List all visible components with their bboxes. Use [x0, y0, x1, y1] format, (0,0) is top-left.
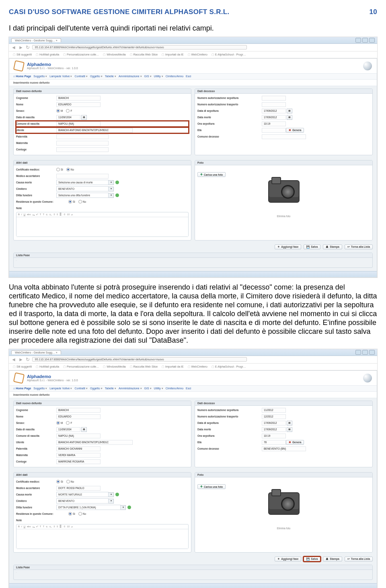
torna-button[interactable]: ↩ Torna alla Lista [345, 245, 373, 249]
menu-item[interactable]: Oggetto [90, 75, 103, 78]
calendar-icon[interactable]: ▦ [287, 115, 292, 120]
coniuge-field[interactable] [56, 147, 109, 152]
menu-item[interactable]: Cimitero/Anno [166, 387, 183, 390]
naut-tra-field[interactable] [262, 102, 286, 107]
paternita-field[interactable]: BIANCHI GIOVANNI [56, 446, 101, 451]
menu-item[interactable]: Cimitero/Anno [166, 75, 183, 78]
chevron-down-icon[interactable]: ▾ [109, 187, 114, 191]
sesso-m-radio[interactable]: M [56, 109, 63, 113]
elimina-foto-link[interactable]: Elimina foto [277, 527, 291, 530]
add-icon[interactable] [115, 493, 119, 496]
elimina-foto-link[interactable]: Elimina foto [277, 215, 291, 218]
ora-sep-field[interactable]: 10:19 [262, 434, 286, 438]
menu-item[interactable]: Utility [154, 387, 163, 390]
nav-back-icon[interactable]: ◄ [11, 357, 16, 362]
menu-item[interactable]: Tabelle [105, 75, 116, 78]
nav-fwd-icon[interactable]: ► [18, 45, 23, 50]
bookmark[interactable]: WebCimitero [188, 53, 207, 56]
genera-button[interactable]: Genera [286, 128, 304, 133]
ditta-select[interactable]: Seleziona una ditta funebre [56, 193, 109, 198]
naut-sep-field[interactable]: 11/2012 [262, 408, 286, 413]
bookmark[interactable]: Personalizzazione colle… [63, 365, 99, 368]
comune-dec-field[interactable] [262, 134, 306, 139]
bookmark[interactable]: Siti suggeriti [13, 365, 32, 368]
sesso-m-radio[interactable]: M [56, 421, 63, 425]
chevron-down-icon[interactable]: ▾ [109, 180, 114, 185]
res-si-radio[interactable]: Si [68, 512, 75, 516]
sesso-f-radio[interactable]: F [66, 109, 72, 113]
res-si-radio[interactable]: Si [68, 200, 75, 204]
menu-item[interactable]: Contratti [74, 387, 87, 390]
calendar-icon[interactable]: ▦ [287, 421, 292, 426]
dob-field[interactable]: 11/09/1934 [56, 427, 80, 432]
data-sep-field[interactable]: 17/09/2012 [262, 109, 286, 113]
chevron-down-icon[interactable]: ▾ [121, 505, 126, 510]
data-sep-field[interactable]: 17/09/2012 [262, 421, 286, 426]
stampa-button[interactable]: 🖶 Stampa [323, 245, 342, 249]
aggiungi-fase-button[interactable]: ✦ Aggiungi fase [275, 245, 301, 249]
add-icon[interactable] [127, 506, 131, 509]
dob-field[interactable]: 11/09/1934 [56, 115, 80, 120]
medico-field[interactable] [56, 174, 109, 179]
nome-field[interactable]: EDUARDO [56, 102, 101, 107]
bookmark[interactable]: WebCimitero [188, 365, 207, 368]
utente-field[interactable]: BIANCHI ANTONIO BNCNTN72P12H501C [56, 128, 133, 133]
window-controls[interactable] [355, 38, 375, 43]
comune-field[interactable]: NAPOLI (NA) [56, 434, 101, 438]
naut-tra-field[interactable]: 12/2012 [262, 414, 286, 419]
carica-foto-button[interactable]: Carica una foto [197, 484, 226, 489]
bookmark[interactable]: Raccolta Web Slice [130, 53, 158, 56]
menu-item[interactable]: Esci [186, 387, 191, 390]
coniuge-field[interactable]: MARRONE ROSARIA [56, 459, 101, 464]
bookmark[interactable]: E-AlphaSchool - Progr… [211, 365, 246, 368]
nome-field[interactable]: EDUARDO [56, 414, 101, 419]
nav-back-icon[interactable]: ◄ [11, 45, 16, 50]
eta-field[interactable]: 78 [262, 440, 286, 445]
bookmark[interactable]: WindowsMedia [103, 365, 125, 368]
browser-tab[interactable]: WebCimitero - Gestione Sogg… × [11, 350, 61, 354]
cert-no-radio[interactable]: No [66, 480, 74, 483]
nav-reload-icon[interactable]: ↻ [26, 45, 30, 50]
note-editor[interactable]: BIUabcx₂x²TTTᵢTₓ≡≡≣∙≡1≡↵ [16, 212, 189, 237]
nav-reload-icon[interactable]: ↻ [26, 357, 30, 362]
causa-select[interactable]: Seleziona una causa di morte [56, 180, 109, 185]
url-field[interactable]: 95.110.164.87:8080/WebCimitero/faces/sog… [32, 45, 247, 49]
cimitero-select[interactable]: BENEVENTO [56, 498, 109, 504]
menu-item[interactable]: GIS [144, 387, 152, 390]
genera-button[interactable]: Genera [286, 440, 304, 445]
menu-item[interactable]: Soggetto [33, 387, 47, 390]
naut-sep-field[interactable] [262, 96, 286, 101]
add-icon[interactable] [115, 193, 119, 197]
ora-sep-field[interactable]: 10:19 [262, 121, 286, 126]
note-editor[interactable]: BIUabcx₂x²TTTᵢTₓ≡≡≣∙≡1≡↵ [16, 524, 189, 549]
chevron-down-icon[interactable]: ▾ [109, 499, 114, 504]
bookmark[interactable]: HotMail gratuita [36, 53, 59, 56]
causa-select[interactable]: MORTE NATURALE [56, 492, 109, 497]
comune-field[interactable]: NAPOLI (NA) [56, 121, 101, 126]
menu-item[interactable]: Soggetto [33, 75, 47, 78]
bookmark[interactable]: Raccolta Web Slice [130, 365, 158, 368]
data-morte-field[interactable]: 17/09/2012 [262, 115, 286, 120]
salva-button[interactable]: 💾 Salva [304, 245, 320, 249]
menu-item[interactable]: ⌂ Home Page [13, 75, 31, 78]
utente-field[interactable]: BIANCHI ANTONIO BNCNTN72P12H501C [56, 440, 133, 445]
cert-si-radio[interactable]: Si [56, 480, 63, 483]
calendar-icon[interactable]: ▦ [81, 115, 87, 120]
rte-toolbar[interactable]: BIUabcx₂x²TTTᵢTₓ≡≡≣∙≡1≡↵ [16, 524, 188, 529]
paternita-field[interactable] [56, 134, 109, 139]
nav-fwd-icon[interactable]: ► [18, 357, 23, 362]
ditta-select[interactable]: DITTA FUNEBRE 1 (VIA ROMA) [56, 505, 121, 510]
eta-field[interactable] [262, 128, 286, 133]
calendar-icon[interactable]: ▦ [81, 427, 87, 432]
chevron-down-icon[interactable]: ▾ [109, 492, 114, 497]
menu-item[interactable]: Amministrazione [119, 387, 142, 390]
menu-item[interactable]: Contratti [74, 75, 87, 78]
window-controls[interactable] [355, 350, 375, 355]
cognome-field[interactable]: BIANCHI [56, 408, 101, 413]
menu-item[interactable]: Esci [186, 75, 191, 78]
menu-item[interactable]: Lampade Votive [49, 387, 72, 390]
menu-item[interactable]: Lampade Votive [49, 75, 72, 78]
bookmark[interactable]: Importati da IE [162, 53, 183, 56]
rte-toolbar[interactable]: BIUabcx₂x²TTTᵢTₓ≡≡≣∙≡1≡↵ [16, 212, 188, 217]
menu-item[interactable]: Oggetto [90, 387, 103, 390]
